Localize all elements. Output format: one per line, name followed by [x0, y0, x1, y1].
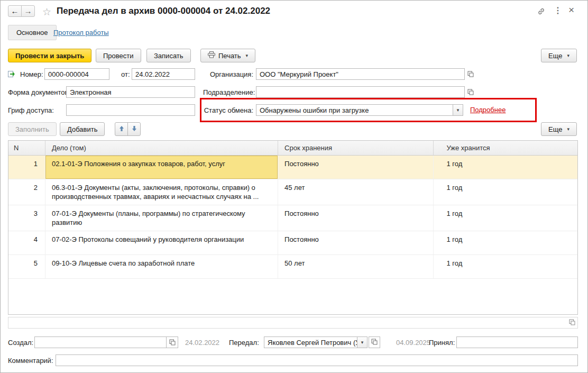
created-date: 24.02.2022 [185, 339, 219, 347]
post-and-close-button[interactable]: Провести и закрыть [8, 49, 91, 62]
transferred-open-icon [371, 338, 378, 348]
table-header-row: N Дело (том) Срок хранения Уже хранится [8, 141, 577, 156]
post-and-close-label: Провести и закрыть [15, 52, 84, 60]
col-header-period[interactable]: Срок хранения [278, 141, 434, 155]
cell-case: 09-10-Э Лицевые счета по заработной плат… [45, 255, 278, 278]
cell-stored: 1 год [434, 255, 577, 278]
table-row[interactable]: 4 07-02-Э Протоколы совещаний у руководи… [8, 231, 577, 255]
more-table-label: Еще [548, 125, 562, 133]
printer-icon [208, 51, 215, 60]
cell-n: 3 [8, 205, 45, 231]
extra-field-bottom[interactable] [8, 317, 578, 329]
more-button-table[interactable]: Еще ▾ [541, 122, 577, 136]
created-label: Создал: [8, 339, 33, 347]
post-button[interactable]: Провести [96, 49, 141, 62]
details-link[interactable]: Подробнее [470, 106, 506, 114]
division-open-icon[interactable] [466, 88, 475, 96]
status-label: Статус обмена: [203, 106, 253, 115]
table-row[interactable]: 1 02.1-01-Э Положения о закупках товаров… [8, 156, 577, 179]
cell-stored: 1 год [434, 179, 577, 205]
tab-main[interactable]: Основное [8, 25, 57, 40]
col-header-case[interactable]: Дело (том) [45, 141, 278, 155]
col-header-n[interactable]: N [8, 141, 45, 155]
navigate-doc-icon[interactable] [7, 70, 16, 78]
date-label: от: [121, 70, 130, 79]
cell-n: 4 [8, 231, 45, 254]
accepted-input[interactable] [456, 336, 578, 348]
access-label: Гриф доступа: [8, 106, 54, 115]
add-label: Добавить [67, 125, 97, 133]
cases-table: N Дело (том) Срок хранения Уже хранится … [8, 140, 578, 315]
transferred-open-button[interactable] [369, 336, 380, 348]
col-header-stored[interactable]: Уже хранится [434, 141, 577, 155]
add-row-button[interactable]: Добавить [60, 122, 105, 136]
cell-n: 1 [8, 156, 45, 179]
cell-period: Постоянно [278, 231, 434, 254]
more-label: Еще [548, 52, 562, 60]
cell-period: Постоянно [278, 156, 434, 179]
move-up-button[interactable] [115, 122, 128, 136]
status-value: Обнаружены ошибки при загрузке [256, 105, 453, 115]
cell-period: Постоянно [278, 205, 434, 231]
table-row[interactable]: 2 06.3-01-Э Документы (акты, заключения,… [8, 179, 577, 205]
print-label: Печать [218, 52, 241, 60]
division-label: Подразделение: [203, 88, 253, 97]
cell-period: 45 лет [278, 179, 434, 205]
move-down-button[interactable] [127, 122, 141, 136]
table-row[interactable]: 5 09-10-Э Лицевые счета по заработной пл… [8, 255, 577, 279]
created-input[interactable] [34, 336, 178, 348]
cell-case: 02.1-01-Э Положения о закупках товаров, … [45, 156, 278, 179]
cell-case: 07-02-Э Протоколы совещаний у руководите… [45, 231, 278, 254]
post-label: Провести [103, 52, 134, 60]
date-input[interactable]: 24.02.2022 [132, 68, 195, 80]
cell-n: 5 [8, 255, 45, 278]
back-icon: ← [11, 6, 19, 15]
organization-label: Организация: [203, 70, 253, 79]
accepted-label: Принял: [429, 339, 455, 347]
page-title: Передача дел в архив 0000-000004 от 24.0… [57, 6, 270, 16]
forward-button[interactable]: → [21, 5, 35, 17]
doc-form-label: Форма документов: [8, 88, 70, 97]
cell-case: 07-01-Э Документы (планы, программы) по … [45, 205, 278, 231]
close-icon[interactable]: × [568, 4, 574, 16]
number-label: Номер: [20, 70, 43, 79]
cell-stored: 1 год [434, 231, 577, 254]
extra-field-open-icon[interactable] [569, 318, 575, 328]
organization-open-icon[interactable] [466, 70, 475, 78]
cell-stored: 1 год [434, 205, 577, 231]
table-row[interactable]: 3 07-01-Э Документы (планы, программы) п… [8, 205, 577, 231]
more-dropdown-icon: ▾ [567, 53, 569, 58]
status-combo[interactable]: Обнаружены ошибки при загрузке ▾ [256, 104, 463, 116]
comment-label: Комментарий: [8, 357, 53, 365]
write-button[interactable]: Записать [146, 49, 191, 62]
access-input[interactable] [66, 104, 195, 116]
transferred-combo[interactable]: Яковлев Сергей Петрович (Упра ▾ [264, 336, 368, 348]
fill-label: Заполнить [15, 125, 49, 133]
fill-button[interactable]: Заполнить [8, 122, 57, 136]
arrow-down-icon [132, 125, 137, 133]
forward-icon: → [24, 6, 32, 15]
get-link-icon[interactable] [537, 7, 546, 17]
more-menu-icon[interactable]: ⋮ [554, 5, 562, 15]
created-open-icon[interactable] [166, 337, 178, 348]
document-window: ← → ☆ Передача дел в архив 0000-000004 о… [0, 0, 588, 373]
tab-protocol-link[interactable]: Протокол работы [53, 29, 109, 37]
print-button[interactable]: Печать ▾ [200, 49, 255, 62]
status-dropdown-icon[interactable]: ▾ [453, 105, 463, 115]
comment-input[interactable] [56, 354, 578, 366]
transferred-label: Передал: [229, 339, 259, 347]
doc-form-input[interactable]: Электронная [66, 86, 195, 98]
arrow-up-icon [119, 125, 124, 133]
print-dropdown-icon: ▾ [246, 53, 249, 58]
transferred-value: Яковлев Сергей Петрович (Упра [264, 337, 357, 348]
favorite-star-icon[interactable]: ☆ [42, 6, 51, 18]
back-button[interactable]: ← [8, 5, 22, 17]
transferred-dropdown-icon[interactable]: ▾ [357, 337, 367, 348]
cell-period: 50 лет [278, 255, 434, 278]
more-button-top[interactable]: Еще ▾ [541, 49, 577, 62]
organization-input[interactable]: ООО "Меркурий Проект" [256, 68, 465, 80]
division-input[interactable] [256, 86, 465, 98]
number-input[interactable]: 0000-000004 [44, 68, 109, 80]
cell-case: 06.3-01-Э Документы (акты, заключения, п… [45, 179, 278, 205]
more-table-dropdown-icon: ▾ [567, 126, 569, 132]
